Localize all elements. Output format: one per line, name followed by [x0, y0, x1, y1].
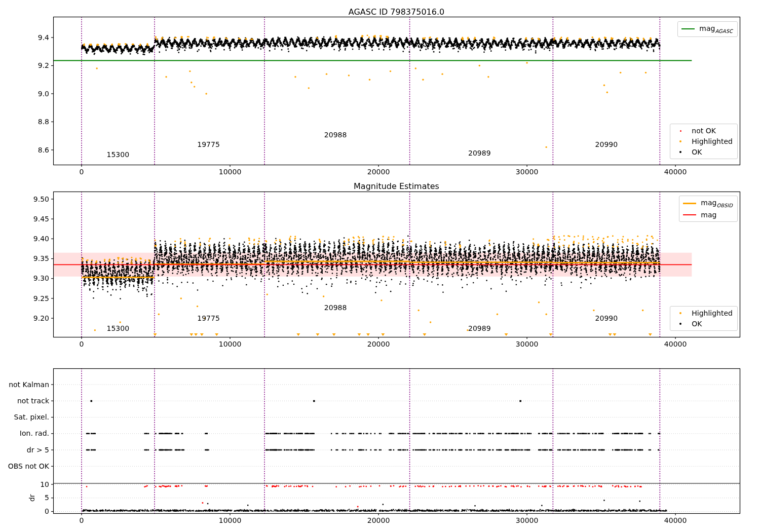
ok-label: OK	[692, 320, 702, 328]
ok-label: OK	[692, 148, 702, 156]
highlighted-label: Highlighted	[692, 309, 733, 317]
mag-agasc-line-swatch	[681, 28, 695, 29]
legend-row-ok: OK	[674, 148, 733, 156]
mag-line-swatch	[683, 214, 696, 215]
highlighted-marker-icon	[679, 312, 681, 314]
figure-root: AGASC ID 798375016.0 Magnitude Estimates…	[0, 0, 760, 532]
ok-marker-icon	[679, 323, 681, 325]
plot1-title: AGASC ID 798375016.0	[53, 7, 740, 17]
figure-canvas	[0, 0, 760, 532]
legend-row-highlighted: Highlighted	[674, 137, 733, 145]
mag-agasc-label: magAGASC	[699, 24, 733, 34]
legend-row-mag-obsid: magOBSID	[683, 199, 733, 208]
highlighted-marker-icon	[679, 140, 681, 142]
plot1-legend-markers: not OK Highlighted OK	[670, 124, 738, 159]
plot1-legend-mag-agasc: magAGASC	[677, 21, 738, 37]
legend-row-not-ok: not OK	[674, 127, 733, 135]
plot2-legend-markers: Highlighted OK	[670, 306, 738, 331]
legend-row-ok-2: OK	[674, 320, 733, 328]
ok-marker-icon	[679, 151, 681, 153]
mag-label: mag	[701, 211, 716, 219]
plot2-title: Magnitude Estimates	[53, 181, 740, 191]
mag-obsid-label: magOBSID	[701, 199, 733, 208]
not-ok-marker-icon	[680, 130, 681, 132]
mag-obsid-line-swatch	[683, 203, 696, 204]
legend-row-mag-agasc: magAGASC	[681, 24, 733, 34]
plot2-legend-lines: magOBSID mag	[679, 196, 738, 222]
not-ok-label: not OK	[692, 127, 716, 135]
legend-row-highlighted-2: Highlighted	[674, 309, 733, 317]
highlighted-label: Highlighted	[692, 137, 733, 145]
legend-row-mag: mag	[683, 211, 733, 219]
